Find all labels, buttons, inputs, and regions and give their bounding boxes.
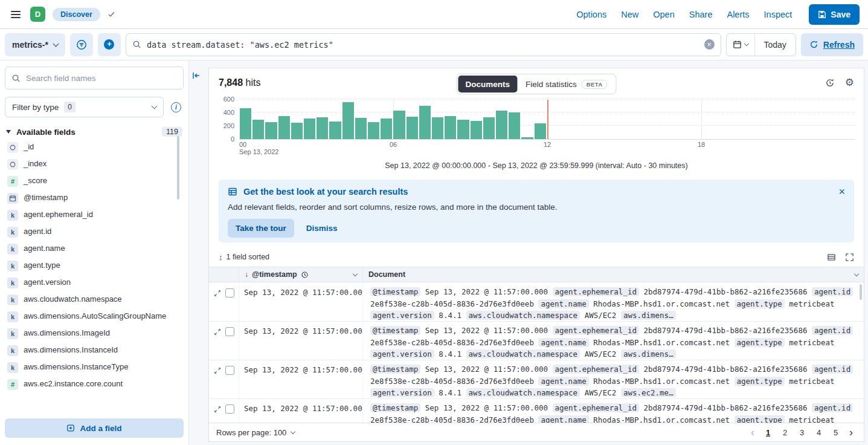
expand-row-icon[interactable] <box>214 290 221 297</box>
field-item[interactable]: #aws.ec2.instance.core.count <box>5 376 184 393</box>
field-chip: agent.version <box>370 349 434 359</box>
field-item[interactable]: kaws.dimensions.InstanceType <box>5 359 184 376</box>
time-range-button[interactable]: Today <box>755 34 796 56</box>
sorted-fields-button[interactable]: ↕ 1 field sorted <box>219 253 269 262</box>
page-button-5[interactable]: 5 <box>829 426 843 440</box>
field-item[interactable]: kagent.id <box>5 224 184 241</box>
nav-link-options[interactable]: Options <box>576 10 606 19</box>
field-item[interactable]: kagent.type <box>5 258 184 274</box>
nav-link-alerts[interactable]: Alerts <box>727 10 749 19</box>
data-view-picker[interactable]: metrics-* <box>5 33 65 56</box>
sort-desc-icon: ↓ <box>245 270 248 279</box>
page-button-1[interactable]: 1 <box>761 426 775 440</box>
field-name: _id <box>24 142 34 152</box>
field-icon <box>7 159 18 170</box>
nav-link-open[interactable]: Open <box>653 10 674 19</box>
next-page-icon[interactable]: › <box>846 427 857 438</box>
field-name: _score <box>24 176 47 186</box>
tab-field-statistics[interactable]: Field statistics BETA <box>518 76 615 93</box>
table-row: Sep 13, 2022 @ 11:57:00.000@timestamp Se… <box>209 399 864 424</box>
field-chip: agent.ephemeral_id <box>553 287 639 296</box>
row-checkbox[interactable] <box>225 327 234 336</box>
field-search-input[interactable]: Search field names <box>5 67 184 89</box>
field-chip: agent.ephemeral_id <box>553 326 639 335</box>
field-item[interactable]: kaws.dimensions.ImageId <box>5 325 184 342</box>
nav-link-new[interactable]: New <box>621 10 638 19</box>
histogram-bar <box>304 119 315 139</box>
collapse-sidebar-icon[interactable] <box>191 71 201 80</box>
timestamp-column-header[interactable]: ↓ @timestamp <box>239 267 363 282</box>
document-column-header[interactable]: Document <box>363 267 864 282</box>
expand-row-icon[interactable] <box>214 328 221 336</box>
query-input[interactable]: data_stream.dataset: "aws.ec2_metrics" × <box>126 33 721 56</box>
control-column-header <box>209 267 239 282</box>
row-checkbox[interactable] <box>225 288 234 297</box>
saved-query-menu-button[interactable] <box>70 33 93 56</box>
field-chip: agent.type <box>735 377 785 386</box>
grid-scrollbar-thumb[interactable] <box>860 284 862 300</box>
field-item[interactable]: kaws.dimensions.InstanceId <box>5 342 184 359</box>
histogram-bar <box>368 122 379 139</box>
histogram-bar <box>329 122 341 139</box>
previous-page-icon[interactable]: ‹ <box>747 427 758 438</box>
add-field-button[interactable]: Add a field <box>5 418 184 438</box>
histogram-bar <box>393 111 405 139</box>
page-button-4[interactable]: 4 <box>812 426 826 440</box>
field-item[interactable]: _index <box>5 156 184 173</box>
chart-options-icon[interactable] <box>825 78 835 88</box>
field-item[interactable]: kagent.version <box>5 274 184 291</box>
info-icon[interactable]: i <box>171 102 181 112</box>
row-checkbox[interactable] <box>225 366 234 375</box>
breadcrumb[interactable]: Discover <box>53 8 100 21</box>
add-filter-button[interactable]: + <box>98 33 121 56</box>
expand-row-icon[interactable] <box>214 406 221 413</box>
rows-per-page-button[interactable]: Rows per page: 100 <box>216 428 295 437</box>
field-item[interactable]: #_score <box>5 173 184 190</box>
timestamp-cell: Sep 13, 2022 @ 11:57:00.000 <box>239 399 363 424</box>
expand-row-icon[interactable] <box>214 367 221 374</box>
field-item[interactable]: _id <box>5 139 184 156</box>
column-menu-icon[interactable] <box>854 271 859 276</box>
keyword-field-icon: k <box>7 227 18 238</box>
column-menu-icon[interactable] <box>353 271 358 276</box>
keyword-field-icon: k <box>7 210 18 221</box>
save-button[interactable]: Save <box>809 4 860 25</box>
display-options-icon[interactable] <box>827 253 836 262</box>
table-body: Sep 13, 2022 @ 11:57:00.000@timestamp Se… <box>209 283 864 424</box>
field-item[interactable]: kaws.cloudwatch.namespace <box>5 291 184 308</box>
nav-link-share[interactable]: Share <box>689 10 713 19</box>
sidebar-scrollbar-thumb[interactable] <box>177 136 179 200</box>
field-chip: agent.version <box>370 388 434 397</box>
dismiss-button[interactable]: Dismiss <box>306 224 338 233</box>
refresh-button[interactable]: Refresh <box>801 33 863 56</box>
histogram-bar <box>342 102 354 139</box>
chevron-down-icon <box>152 103 158 109</box>
tab-documents[interactable]: Documents <box>458 76 517 93</box>
gridline <box>239 99 855 99</box>
take-tour-button[interactable]: Take the tour <box>228 219 294 238</box>
field-item[interactable]: kagent.name <box>5 241 184 258</box>
field-chip: agent.ephemeral_id <box>553 403 639 412</box>
space-avatar[interactable]: D <box>30 7 45 22</box>
fullscreen-icon[interactable] <box>845 253 854 262</box>
menu-icon[interactable] <box>8 8 23 21</box>
available-fields-header[interactable]: Available fields 119 <box>6 127 182 137</box>
filter-by-type-select[interactable]: Filter by type 0 <box>5 97 164 117</box>
field-name: aws.cloudwatch.namespace <box>24 294 122 305</box>
field-chip: agent.id <box>812 287 853 296</box>
field-item[interactable]: @timestamp <box>5 190 184 207</box>
page-button-2[interactable]: 2 <box>778 426 792 440</box>
nav-link-inspect[interactable]: Inspect <box>764 10 792 19</box>
field-name: agent.ephemeral_id <box>24 210 93 220</box>
page-button-3[interactable]: 3 <box>795 426 809 440</box>
date-picker-menu[interactable] <box>727 34 755 56</box>
row-checkbox[interactable] <box>225 404 234 414</box>
histogram-bars[interactable] <box>239 100 547 139</box>
table-icon <box>228 187 237 197</box>
field-item[interactable]: kagent.ephemeral_id <box>5 207 184 224</box>
chart-plot[interactable] <box>239 100 855 140</box>
field-item[interactable]: kaws.dimensions.AutoScalingGroupName <box>5 308 184 325</box>
clear-query-icon[interactable]: × <box>704 39 715 50</box>
gear-icon[interactable]: ⚙ <box>845 77 854 88</box>
close-icon[interactable]: × <box>838 186 845 197</box>
